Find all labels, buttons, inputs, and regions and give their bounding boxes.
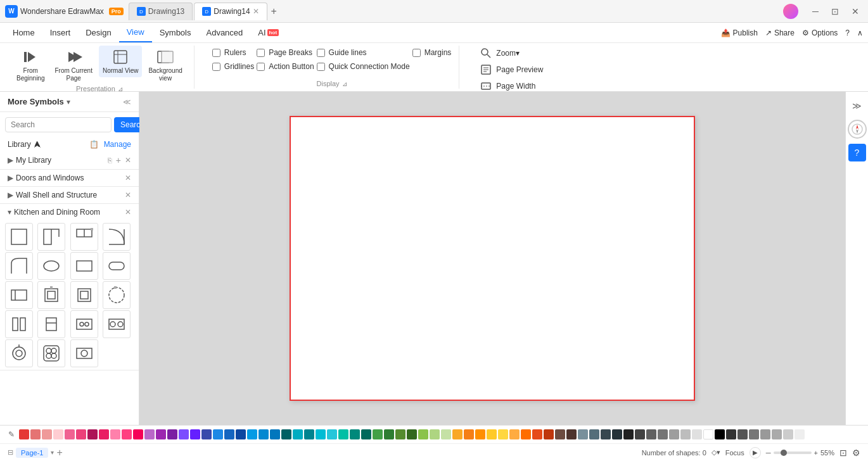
page-tab[interactable]: Page-1 <box>16 448 48 458</box>
margins-checkbox[interactable]: Margins <box>412 48 452 57</box>
color-swatch[interactable] <box>475 429 485 439</box>
wall-shell-close-icon[interactable]: ✕ <box>125 191 131 199</box>
color-swatch[interactable] <box>612 429 622 439</box>
symbol-item[interactable] <box>5 281 33 309</box>
color-swatch[interactable] <box>19 429 29 439</box>
color-swatch[interactable] <box>395 429 405 439</box>
library-collapse-icon[interactable]: ⮝ <box>34 140 41 149</box>
color-swatch[interactable] <box>692 429 702 439</box>
color-swatch[interactable] <box>87 429 98 439</box>
margins-input[interactable] <box>412 49 421 57</box>
page-breaks-input[interactable] <box>257 49 265 57</box>
close-button[interactable]: ✕ <box>848 5 863 18</box>
color-swatch[interactable] <box>338 429 348 439</box>
color-swatch[interactable] <box>133 429 143 439</box>
color-swatch[interactable] <box>30 429 41 439</box>
menu-view[interactable]: View <box>119 23 152 42</box>
color-swatch[interactable] <box>65 429 75 439</box>
symbol-item[interactable] <box>70 339 98 367</box>
page-breaks-checkbox[interactable]: Page Breaks <box>257 48 314 57</box>
publish-action[interactable]: 📤 Publish <box>721 28 758 37</box>
color-swatch[interactable] <box>487 429 497 439</box>
quick-conn-checkbox[interactable]: Quick Connection Mode <box>317 62 410 71</box>
color-swatch[interactable] <box>236 429 246 439</box>
color-swatch[interactable] <box>373 429 383 439</box>
color-swatch[interactable] <box>281 429 291 439</box>
color-swatch[interactable] <box>703 429 713 439</box>
symbol-item[interactable] <box>5 339 33 367</box>
symbol-item[interactable] <box>37 281 65 309</box>
color-swatch[interactable] <box>110 429 120 439</box>
guide-lines-input[interactable] <box>317 49 325 57</box>
fit-page-icon[interactable]: ⊡ <box>839 448 847 458</box>
from-current-button[interactable]: From CurrentPage <box>51 46 96 85</box>
color-swatch[interactable] <box>384 429 394 439</box>
color-swatch[interactable] <box>544 429 554 439</box>
help-right-button[interactable]: ? <box>848 144 866 161</box>
symbol-item[interactable] <box>5 252 33 280</box>
zoom-out-icon[interactable]: ─ <box>766 449 771 457</box>
color-swatch[interactable] <box>783 429 793 439</box>
color-swatch[interactable] <box>578 429 588 439</box>
zoom-in-icon[interactable]: + <box>814 449 818 457</box>
color-swatch[interactable] <box>247 429 257 439</box>
color-swatch[interactable] <box>190 429 200 439</box>
symbol-item[interactable] <box>103 310 131 338</box>
color-swatch[interactable] <box>521 429 531 439</box>
color-swatch[interactable] <box>464 429 474 439</box>
from-beginning-button[interactable]: FromBeginning <box>13 46 48 85</box>
color-swatch[interactable] <box>646 429 656 439</box>
search-input[interactable] <box>5 117 112 132</box>
color-swatch[interactable] <box>669 429 679 439</box>
doors-windows-close-icon[interactable]: ✕ <box>125 174 131 182</box>
color-swatch[interactable] <box>42 429 52 439</box>
options-action[interactable]: ⚙ Options <box>802 28 838 37</box>
manage-link[interactable]: Manage <box>104 140 131 149</box>
tab-drawing14[interactable]: D Drawing14 ✕ <box>194 3 267 20</box>
quick-conn-input[interactable] <box>317 63 325 71</box>
color-swatch[interactable] <box>76 429 86 439</box>
menu-insert[interactable]: Insert <box>42 23 79 42</box>
color-swatch[interactable] <box>532 429 542 439</box>
color-swatch[interactable] <box>224 429 234 439</box>
kitchen-dining-header[interactable]: ▾ Kitchen and Dining Room ✕ <box>0 204 139 220</box>
color-swatch[interactable] <box>441 429 451 439</box>
menu-symbols[interactable]: Symbols <box>152 23 199 42</box>
color-swatch[interactable] <box>213 429 223 439</box>
color-swatch[interactable] <box>737 429 748 439</box>
color-swatch[interactable] <box>715 429 725 439</box>
color-tool-icon[interactable]: ✎ <box>5 428 18 441</box>
color-swatch[interactable] <box>498 429 508 439</box>
presentation-expand-icon[interactable]: ⊿ <box>118 85 123 92</box>
panel-collapse-icon[interactable]: ≪ <box>123 98 131 106</box>
color-swatch[interactable] <box>167 429 177 439</box>
share-action[interactable]: ↗ Share <box>765 28 795 37</box>
menu-ai[interactable]: AI hot <box>250 23 286 42</box>
panel-menu-icon[interactable]: ▾ <box>67 98 70 106</box>
symbol-item[interactable] <box>37 310 65 338</box>
minimize-button[interactable]: ─ <box>808 5 822 18</box>
menu-home[interactable]: Home <box>5 23 42 42</box>
rulers-checkbox[interactable]: Rulers <box>212 48 254 57</box>
display-expand-icon[interactable]: ⊿ <box>342 80 347 87</box>
color-swatch[interactable] <box>430 429 440 439</box>
color-swatch[interactable] <box>179 429 189 439</box>
symbol-item[interactable] <box>70 252 98 280</box>
color-swatch[interactable] <box>304 429 314 439</box>
shape-style-icon[interactable]: ◇▾ <box>712 448 720 457</box>
color-swatch[interactable] <box>452 429 463 439</box>
symbol-item[interactable] <box>70 281 98 309</box>
my-library-close-icon[interactable]: ✕ <box>125 156 131 165</box>
add-page-icon[interactable]: + <box>56 447 62 458</box>
color-swatch[interactable] <box>407 429 417 439</box>
symbol-item[interactable] <box>70 223 98 251</box>
color-swatch[interactable] <box>122 429 132 439</box>
color-swatch[interactable] <box>361 429 371 439</box>
my-library-header[interactable]: ▶ My Library ⎘ + ✕ <box>0 151 139 169</box>
color-swatch[interactable] <box>418 429 428 439</box>
normal-view-button[interactable]: Normal View <box>99 46 143 77</box>
rulers-input[interactable] <box>212 49 220 57</box>
tab-drawing13[interactable]: D Drawing13 <box>129 3 193 20</box>
action-button-checkbox[interactable]: Action Button <box>257 62 314 71</box>
settings-icon[interactable]: ⚙ <box>852 448 860 458</box>
